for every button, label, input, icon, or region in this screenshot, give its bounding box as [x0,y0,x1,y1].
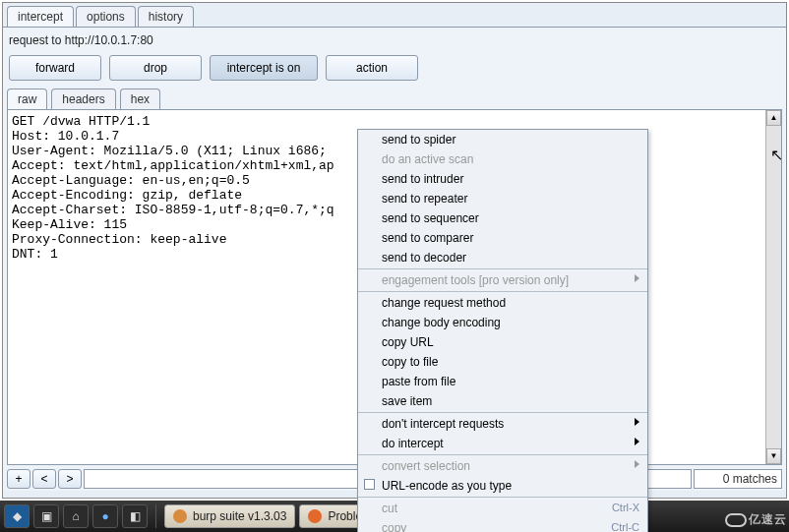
scroll-track[interactable] [766,126,781,448]
ctxitem-engagement-tools: engagement tools [pro version only] [358,270,647,290]
context-menu-separator [358,497,647,498]
submenu-arrow-icon [635,438,639,445]
match-count-label: 0 matches [694,469,782,489]
context-menu: send to spider do an active scan send to… [357,129,648,532]
context-menu-separator [358,268,647,269]
java-app-icon [173,509,187,523]
drop-button[interactable]: drop [109,55,202,81]
ctxitem-paste-from-file[interactable]: paste from file [358,372,647,391]
search-next-button[interactable]: > [58,469,82,489]
firefox-icon [308,509,322,523]
globe-icon[interactable]: ● [92,504,118,528]
copy-label: copy [382,521,406,532]
task-label: burp suite v1.3.03 [193,509,286,523]
ctxitem-do-intercept[interactable]: do intercept [358,434,647,453]
ctxitem-send-to-spider[interactable]: send to spider [358,130,647,149]
intercept-toggle-button[interactable]: intercept is on [210,55,318,81]
ctxitem-send-to-sequencer[interactable]: send to sequencer [358,208,647,228]
context-menu-separator [358,291,647,292]
subtab-raw[interactable]: raw [7,89,47,109]
watermark: 亿速云 [725,511,787,528]
app-window: intercept options history request to htt… [2,2,787,499]
vertical-scrollbar[interactable]: ▲ ▼ [765,110,781,464]
scroll-down-icon[interactable]: ▼ [766,448,781,464]
workspace-switcher-icon[interactable]: ◧ [122,504,148,528]
submenu-arrow-icon [635,418,639,426]
checkbox-icon[interactable] [364,479,375,490]
search-add-button[interactable]: + [7,469,30,489]
scroll-up-icon[interactable]: ▲ [766,110,781,126]
action-button[interactable]: action [326,55,418,81]
action-buttons: forward drop intercept is on action [3,55,786,89]
ctxitem-send-to-repeater[interactable]: send to repeater [358,189,647,208]
subtab-headers[interactable]: headers [51,89,115,109]
ctxitem-change-request-method[interactable]: change request method [358,293,647,313]
request-view-tabs: raw headers hex [3,89,786,109]
file-manager-icon[interactable]: ⌂ [63,504,89,528]
ctxitem-save-item[interactable]: save item [358,391,647,411]
engagement-label: engagement tools [pro version only] [382,273,569,287]
convert-selection-label: convert selection [382,459,470,473]
cloud-icon [725,513,747,527]
cut-label: cut [382,502,397,515]
submenu-arrow-icon [635,274,639,282]
shortcut-label: Ctrl-C [611,521,639,532]
tab-options[interactable]: options [76,6,136,27]
ctxitem-dont-intercept[interactable]: don't intercept requests [358,414,647,434]
taskbar-separator [155,504,156,528]
request-target-label: request to http://10.0.1.7:80 [3,28,786,55]
ctxitem-send-to-intruder[interactable]: send to intruder [358,169,647,189]
subtab-hex[interactable]: hex [120,89,160,109]
shortcut-label: Ctrl-X [612,502,639,513]
ctxitem-change-body-encoding[interactable]: change body encoding [358,313,647,332]
tab-intercept[interactable]: intercept [7,6,74,27]
context-menu-separator [358,454,647,455]
main-tabs: intercept options history [3,3,786,27]
ctxitem-send-to-decoder[interactable]: send to decoder [358,248,647,267]
terminal-icon[interactable]: ▣ [33,504,59,528]
ctxitem-convert-selection: convert selection [358,456,647,476]
dont-intercept-label: don't intercept requests [382,417,504,431]
ctxitem-url-encode[interactable]: URL-encode as you type [358,476,647,496]
ctxitem-cut: cut Ctrl-X [358,499,647,518]
ctxitem-copy: copy Ctrl-C [358,518,647,532]
submenu-arrow-icon [635,460,639,468]
ctxitem-active-scan: do an active scan [358,149,647,169]
tab-history[interactable]: history [138,6,194,27]
search-prev-button[interactable]: < [32,469,56,489]
task-burp-suite[interactable]: burp suite v1.3.03 [164,504,295,528]
context-menu-separator [358,412,647,413]
ctxitem-send-to-comparer[interactable]: send to comparer [358,228,647,248]
ctxitem-copy-url[interactable]: copy URL [358,332,647,352]
ctxitem-copy-to-file[interactable]: copy to file [358,352,647,372]
url-encode-label: URL-encode as you type [382,479,512,493]
start-menu-icon[interactable]: ◆ [4,504,30,528]
do-intercept-label: do intercept [382,437,444,450]
forward-button[interactable]: forward [9,55,101,81]
